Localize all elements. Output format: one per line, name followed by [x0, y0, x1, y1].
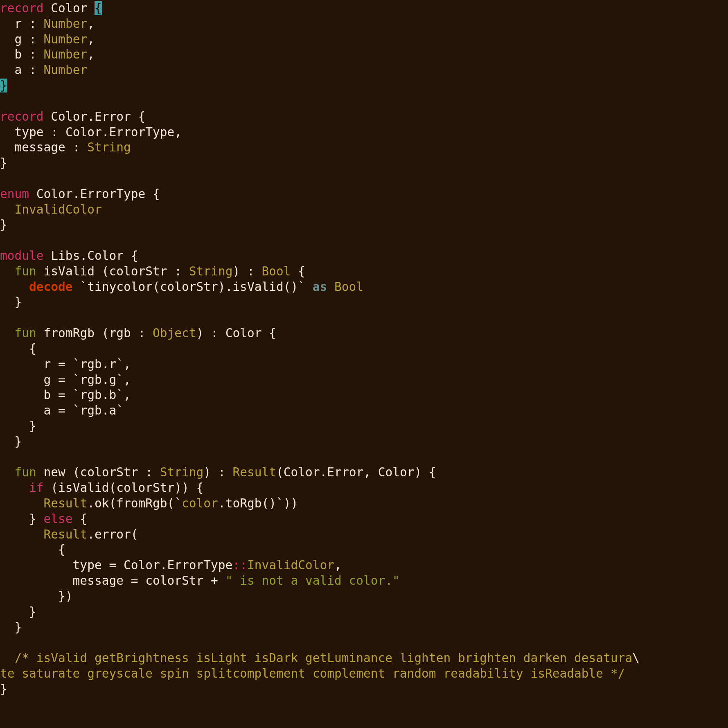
brace-close-highlight: } [0, 79, 7, 92]
comment-line1: /* isValid getBrightness isLight isDark … [0, 651, 632, 665]
keyword-record: record [0, 1, 44, 15]
type-Bool: Bool [261, 264, 291, 278]
type-Color: Color [51, 1, 87, 15]
keyword-as: as [313, 280, 327, 294]
field-b: b [15, 47, 22, 61]
field-g: g [15, 32, 22, 46]
field-type: type [15, 125, 44, 139]
type-ColorError: Color.Error [51, 110, 131, 124]
keyword-record: record [0, 110, 44, 124]
inline-rgb-b: `rgb.b` [73, 388, 124, 402]
space [44, 1, 51, 15]
indent [0, 17, 15, 31]
type-String: String [87, 140, 131, 154]
field-a: a [15, 63, 22, 77]
param-rgb: rgb [109, 326, 131, 340]
fn-fromRgb: fromRgb [44, 326, 95, 340]
string-literal: " is not a valid color." [225, 574, 400, 588]
param-colorStr: colorStr [109, 264, 167, 278]
keyword-if: if [29, 481, 44, 495]
type-ColorErrorType: Color.ErrorType [36, 187, 145, 201]
keyword-else: else [44, 512, 73, 526]
comment-line2: te saturate greyscale spin splitcompleme… [0, 667, 625, 681]
inline-rgb-a: `rgb.a` [73, 403, 124, 417]
fn-error: error [95, 527, 131, 541]
inline-rgb-r: `rgb.r` [73, 357, 124, 371]
type-Object: Object [153, 326, 196, 340]
code-editor[interactable]: record Color { r : Number, g : Number, b… [0, 0, 728, 697]
fn-ok: ok [95, 496, 109, 510]
field-message: message [15, 140, 65, 154]
module-LibsColor: Libs.Color [51, 249, 124, 263]
type-Result: Result [232, 465, 276, 479]
fn-isValid: isValid [44, 264, 95, 278]
color-word: color [182, 496, 218, 510]
field-r: r [15, 17, 22, 31]
inline-backtick: ` [174, 496, 182, 510]
brace-open-highlight: { [95, 1, 102, 15]
double-colon: :: [232, 558, 247, 572]
keyword-module: module [0, 249, 44, 263]
space [87, 1, 95, 15]
type-Number: Number [44, 17, 88, 31]
keyword-decode: decode [29, 280, 73, 294]
keyword-fun: fun [15, 264, 36, 278]
fn-new: new [44, 465, 65, 479]
enum-InvalidColor: InvalidColor [15, 203, 102, 216]
wrap-backslash: \ [632, 651, 640, 665]
keyword-enum: enum [0, 187, 29, 201]
inline-rgb-g: `rgb.g` [73, 373, 124, 387]
js-inline: `tinycolor(colorStr).isValid()` [80, 280, 305, 294]
inline-toRgb-tail: .toRgb()` [218, 496, 284, 510]
